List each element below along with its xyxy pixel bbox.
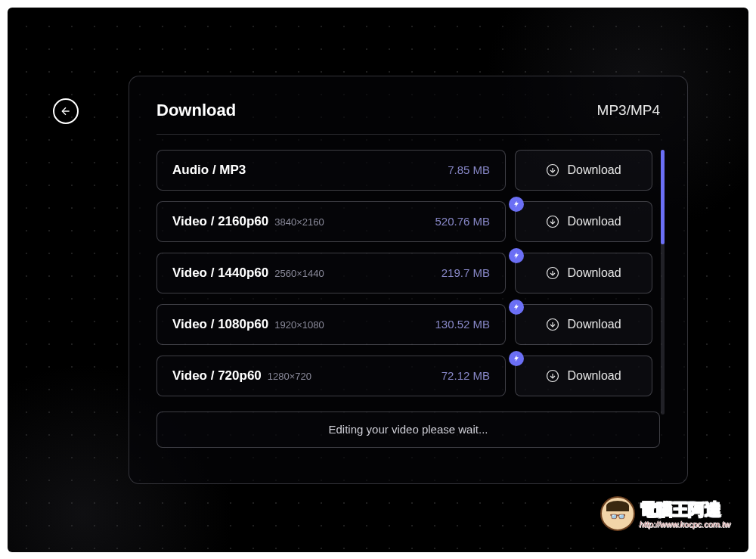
- list-item: Video / 720p60 1280×720 72.12 MB: [156, 356, 652, 396]
- format-title: Video / 720p60: [172, 368, 262, 384]
- back-button[interactable]: [53, 98, 79, 124]
- file-size: 7.85 MB: [448, 163, 490, 176]
- watermark: 電腦王阿達 http://www.kocpc.com.tw: [600, 496, 730, 531]
- format-info: Audio / MP3 7.85 MB: [156, 150, 506, 191]
- download-button[interactable]: Download: [515, 356, 652, 396]
- format-resolution: 1920×1080: [274, 319, 324, 331]
- modal-header: Download MP3/MP4: [156, 101, 660, 135]
- file-size: 219.7 MB: [442, 266, 490, 279]
- format-title: Video / 1080p60: [172, 317, 268, 332]
- download-label: Download: [567, 318, 621, 331]
- list-item: Video / 2160p60 3840×2160 520.76 MB: [156, 201, 652, 242]
- download-label: Download: [567, 215, 621, 228]
- format-info: Video / 1440p60 2560×1440 219.7 MB: [156, 253, 506, 293]
- premium-badge: [509, 351, 524, 366]
- format-resolution: 2560×1440: [274, 268, 324, 279]
- format-title: Video / 2160p60: [172, 214, 268, 229]
- premium-badge: [509, 248, 524, 263]
- download-button[interactable]: Download: [515, 150, 652, 191]
- list-item: Video / 1440p60 2560×1440 219.7 MB: [156, 253, 652, 293]
- download-modal: Download MP3/MP4 Audio / MP3 7.85 MB: [129, 76, 688, 484]
- format-label: MP3/MP4: [597, 102, 660, 119]
- watermark-avatar: [600, 496, 635, 531]
- lightning-icon: [513, 355, 520, 362]
- list-item: Video / 1080p60 1920×1080 130.52 MB: [156, 304, 652, 345]
- scrollbar-thumb[interactable]: [661, 150, 665, 244]
- app-frame: Download MP3/MP4 Audio / MP3 7.85 MB: [8, 8, 748, 552]
- file-size: 130.52 MB: [435, 318, 490, 331]
- lightning-icon: [513, 252, 520, 259]
- format-title: Audio / MP3: [172, 163, 246, 178]
- premium-badge: [509, 197, 524, 212]
- lightning-icon: [513, 200, 520, 208]
- file-size: 72.12 MB: [442, 369, 490, 382]
- download-icon: [546, 215, 559, 228]
- download-label: Download: [567, 266, 621, 280]
- format-resolution: 1280×720: [268, 371, 311, 382]
- file-size: 520.76 MB: [435, 215, 490, 228]
- lightning-icon: [513, 303, 520, 311]
- format-info: Video / 1080p60 1920×1080 130.52 MB: [156, 304, 506, 345]
- scrollbar[interactable]: [661, 150, 665, 415]
- download-icon: [546, 266, 559, 280]
- watermark-title: 電腦王阿達: [640, 498, 730, 521]
- modal-title: Download: [156, 101, 236, 120]
- download-icon: [546, 318, 559, 331]
- download-icon: [546, 163, 559, 177]
- format-resolution: 3840×2160: [274, 216, 324, 228]
- download-button[interactable]: Download: [515, 304, 652, 345]
- format-info: Video / 2160p60 3840×2160 520.76 MB: [156, 201, 506, 242]
- premium-badge: [509, 300, 524, 315]
- download-label: Download: [567, 369, 621, 383]
- download-button[interactable]: Download: [515, 253, 652, 293]
- format-title: Video / 1440p60: [172, 266, 268, 281]
- download-icon: [546, 369, 559, 383]
- download-button[interactable]: Download: [515, 201, 652, 242]
- format-info: Video / 720p60 1280×720 72.12 MB: [156, 356, 506, 396]
- download-label: Download: [567, 163, 621, 177]
- status-message: Editing your video please wait...: [156, 411, 660, 448]
- download-list: Audio / MP3 7.85 MB Download: [156, 150, 660, 396]
- list-item: Audio / MP3 7.85 MB Download: [156, 150, 652, 191]
- watermark-url: http://www.kocpc.com.tw: [640, 520, 730, 529]
- arrow-left-icon: [60, 105, 72, 117]
